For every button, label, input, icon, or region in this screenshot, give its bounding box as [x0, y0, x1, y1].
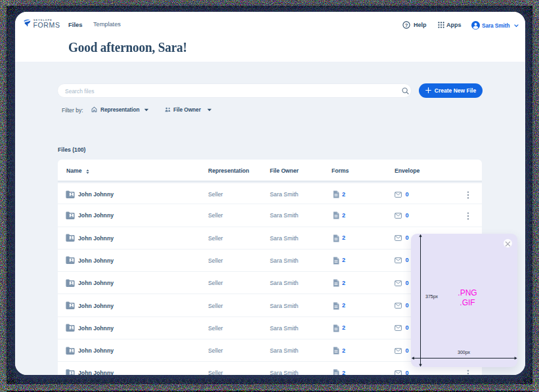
svg-text:FORMS: FORMS — [33, 20, 60, 28]
svg-text:?: ? — [405, 22, 408, 28]
